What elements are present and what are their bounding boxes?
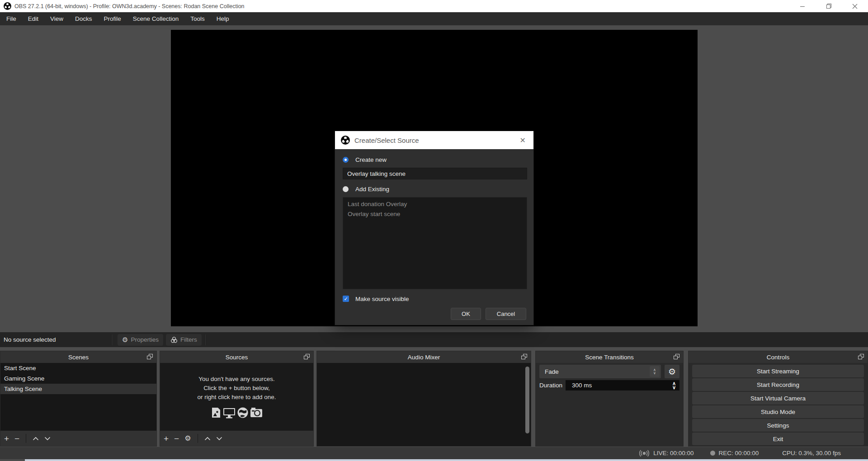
footer-separator — [26, 434, 26, 443]
scene-transitions-body: Fade ∧∨ ⚙ Duration 300 ms ∧∨ — [536, 363, 683, 446]
add-existing-label: Add Existing — [355, 186, 389, 193]
make-visible-row[interactable]: ✓ Make source visible — [343, 295, 526, 303]
source-name-input[interactable] — [343, 168, 527, 179]
menu-item[interactable]: Docks — [69, 12, 98, 25]
controls-button[interactable]: Studio Mode — [692, 405, 864, 418]
live-time: LIVE: 00:00:00 — [653, 450, 693, 456]
remove-scene-button[interactable]: − — [14, 434, 19, 443]
gear-icon: ⚙ — [122, 336, 128, 343]
scene-transitions-panel: Scene Transitions Fade ∧∨ ⚙ Duration 300… — [535, 351, 684, 447]
menu-item[interactable]: Scene Collection — [127, 12, 184, 25]
controls-button[interactable]: Exit — [692, 433, 864, 445]
scene-list-item[interactable]: Talking Scene — [0, 384, 156, 394]
add-scene-button[interactable]: + — [4, 434, 9, 443]
scenes-footer-toolbar: + − — [0, 431, 156, 446]
minimize-icon — [800, 4, 805, 9]
controls-button[interactable]: Settings — [692, 419, 864, 432]
audio-mixer-body — [317, 363, 531, 446]
move-source-up-button[interactable] — [204, 437, 211, 441]
dock-icon[interactable] — [858, 354, 864, 359]
dock-icon[interactable] — [304, 354, 310, 359]
gear-icon: ⚙ — [668, 367, 676, 377]
camera-source-icon — [250, 406, 263, 419]
scene-transitions-title: Scene Transitions — [585, 354, 633, 361]
obs-logo-icon — [4, 2, 11, 10]
duration-spinbox[interactable]: 300 ms ∧∨ — [566, 380, 679, 390]
properties-button[interactable]: ⚙ Properties — [118, 334, 163, 346]
create-new-radio-row[interactable]: Create new — [343, 155, 526, 164]
menu-item[interactable]: Help — [211, 12, 235, 25]
globe-source-icon — [236, 406, 249, 419]
dock-icon[interactable] — [521, 354, 527, 359]
rec-time: REC: 00:00:00 — [719, 450, 759, 456]
controls-header[interactable]: Controls — [689, 351, 868, 363]
transition-select[interactable]: Fade ∧∨ — [539, 365, 661, 378]
sources-footer-toolbar: + − ⚙ — [160, 431, 313, 446]
move-scene-up-button[interactable] — [33, 437, 39, 441]
obs-logo-icon — [341, 136, 350, 145]
move-scene-down-button[interactable] — [44, 437, 51, 441]
chevron-up-icon — [33, 437, 39, 441]
remove-source-button[interactable]: − — [174, 434, 179, 443]
controls-button[interactable]: Start Virtual Camera — [692, 392, 864, 405]
dialog-close-icon[interactable]: ✕ — [518, 135, 528, 146]
menu-item[interactable]: Edit — [22, 12, 44, 25]
add-source-button[interactable]: + — [164, 434, 169, 443]
scene-list-item[interactable]: Start Scene — [0, 363, 156, 373]
filters-label: Filters — [180, 336, 197, 343]
chevron-down-icon — [44, 437, 51, 441]
menu-item[interactable]: File — [0, 12, 22, 25]
close-button[interactable] — [842, 0, 868, 12]
create-select-source-dialog: Create/Select Source ✕ Create new Add Ex… — [335, 131, 534, 325]
controls-button[interactable]: Start Streaming — [692, 365, 864, 377]
properties-label: Properties — [131, 336, 159, 343]
scenes-list[interactable]: Start SceneGaming SceneTalking Scene — [0, 363, 156, 431]
add-existing-radio[interactable] — [343, 186, 349, 192]
create-new-label: Create new — [355, 156, 387, 163]
footer-separator — [198, 434, 198, 443]
minimize-button[interactable] — [789, 0, 816, 12]
filters-button[interactable]: Filters — [166, 334, 202, 346]
make-visible-checkbox[interactable]: ✓ — [343, 296, 349, 302]
dock-icon[interactable] — [147, 354, 153, 359]
mixer-scrollbar[interactable] — [525, 367, 529, 433]
sources-panel-header[interactable]: Sources — [160, 351, 313, 363]
window-titlebar: OBS 27.2.1 (64-bit, windows) - Profile: … — [0, 0, 868, 12]
audio-mixer-header[interactable]: Audio Mixer — [317, 351, 531, 363]
sources-panel-title: Sources — [226, 354, 248, 361]
cancel-button[interactable]: Cancel — [486, 308, 526, 320]
source-properties-gear-icon[interactable]: ⚙ — [184, 435, 191, 442]
create-new-radio[interactable] — [343, 157, 349, 163]
menu-item[interactable]: Profile — [98, 12, 127, 25]
transition-value: Fade — [545, 368, 559, 375]
empty-state-line: You don't have any sources. — [197, 375, 276, 384]
menu-item[interactable]: Tools — [184, 12, 211, 25]
scene-list-item[interactable]: Gaming Scene — [0, 373, 156, 384]
existing-sources-list[interactable]: Last donation OverlayOverlay start scene — [343, 197, 527, 289]
scene-transitions-header[interactable]: Scene Transitions — [536, 351, 683, 363]
scenes-panel-header[interactable]: Scenes — [0, 351, 156, 363]
sources-empty-state[interactable]: You don't have any sources.Click the + b… — [160, 363, 313, 431]
existing-source-item[interactable]: Last donation Overlay — [343, 199, 527, 209]
menu-item[interactable]: View — [44, 12, 69, 25]
combo-spinner-icon[interactable]: ∧∨ — [650, 366, 660, 377]
ok-button[interactable]: OK — [451, 308, 481, 320]
source-toolbar: No source selected ⚙ Properties Filters — [0, 332, 868, 347]
menu-bar: FileEditViewDocksProfileScene Collection… — [0, 12, 868, 25]
dock-icon[interactable] — [674, 354, 679, 359]
restore-button[interactable] — [816, 0, 842, 12]
dialog-titlebar[interactable]: Create/Select Source ✕ — [335, 131, 533, 149]
sources-empty-text: You don't have any sources.Click the + b… — [197, 375, 276, 402]
duration-spinner-icons[interactable]: ∧∨ — [670, 380, 679, 390]
existing-source-item[interactable]: Overlay start scene — [343, 209, 527, 219]
dialog-title: Create/Select Source — [354, 136, 518, 144]
move-source-down-button[interactable] — [216, 437, 222, 441]
transition-properties-button[interactable]: ⚙ — [665, 365, 679, 378]
sources-panel: Sources You don't have any sources.Click… — [160, 351, 314, 447]
window-bottom-edge — [25, 459, 868, 461]
controls-button[interactable]: Start Recording — [692, 378, 864, 391]
add-existing-radio-row[interactable]: Add Existing — [343, 184, 526, 193]
dialog-body: Create new Add Existing Last donation Ov… — [335, 149, 533, 320]
controls-title: Controls — [767, 354, 789, 361]
controls-panel: Controls Start StreamingStart RecordingS… — [688, 351, 868, 447]
